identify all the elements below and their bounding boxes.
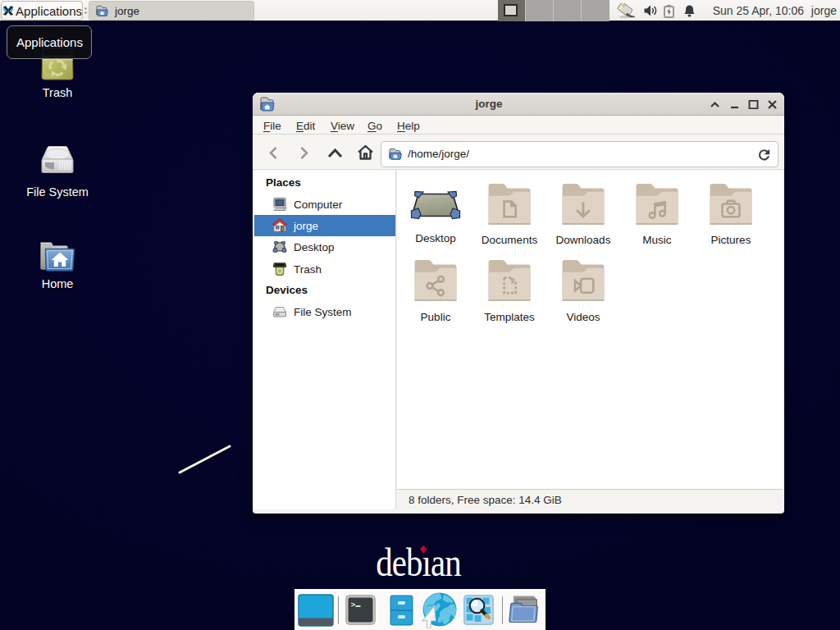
svg-text:>: > bbox=[351, 600, 356, 609]
